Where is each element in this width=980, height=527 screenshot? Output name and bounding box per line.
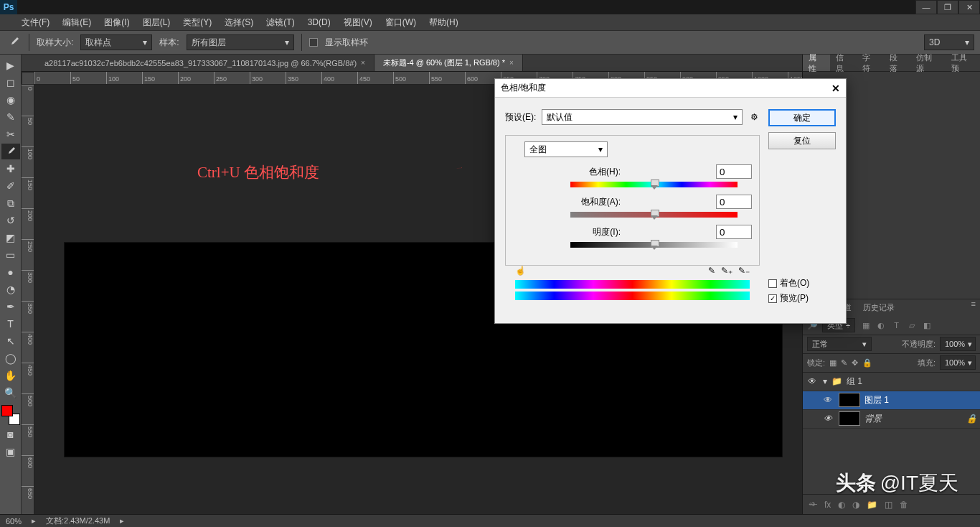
fill-value[interactable]: 100%▾	[940, 355, 976, 370]
screen-mode-toggle[interactable]: ▣	[1, 444, 20, 460]
quick-select-tool[interactable]: ✎	[1, 109, 20, 125]
pen-tool[interactable]: ✒	[1, 299, 20, 314]
lock-image-icon[interactable]: ✎	[841, 358, 847, 368]
tab-character[interactable]: 字符	[857, 55, 884, 71]
menu-file[interactable]: 文件(F)	[22, 17, 50, 29]
menu-type[interactable]: 类型(Y)	[183, 17, 212, 29]
delete-icon[interactable]: 🗑	[900, 500, 908, 510]
opacity-value[interactable]: 100%▾	[940, 337, 976, 351]
scrubby-hand-icon[interactable]: ☝	[515, 266, 526, 276]
eyedropper-tool[interactable]	[1, 144, 20, 159]
doc-tab-2[interactable]: 未标题-4 @ 60% (图层 1, RGB/8) *×	[374, 55, 523, 71]
preset-select[interactable]: 默认值▾	[542, 109, 743, 125]
channel-select[interactable]: 全图▾	[524, 141, 608, 157]
tab-paragraph[interactable]: 段落	[884, 55, 911, 71]
show-sampling-ring-checkbox[interactable]	[309, 38, 318, 47]
ruler-origin[interactable]	[22, 72, 34, 85]
visibility-icon[interactable]: 👁	[821, 393, 834, 406]
layer-name[interactable]: 背景	[864, 413, 882, 425]
menu-edit[interactable]: 编辑(E)	[62, 17, 91, 29]
chevron-icon[interactable]: ▸	[32, 516, 36, 526]
type-tool[interactable]: T	[1, 316, 20, 332]
link-icon[interactable]: ⬲	[809, 500, 817, 510]
filter-pixel-icon[interactable]: ▦	[859, 319, 872, 332]
tab-tool-presets[interactable]: 工具预	[946, 55, 980, 71]
layer-name[interactable]: 组 1	[847, 376, 862, 388]
crop-tool[interactable]: ✂	[1, 126, 20, 142]
colorize-checkbox[interactable]	[768, 279, 777, 288]
layer-name[interactable]: 图层 1	[864, 394, 889, 406]
saturation-input[interactable]	[716, 195, 752, 209]
zoom-tool[interactable]: 🔍	[1, 385, 20, 401]
layer-row[interactable]: 👁 图层 1	[803, 391, 980, 410]
layer-row[interactable]: 👁 背景 🔒	[803, 410, 980, 429]
tab-properties[interactable]: 属性	[803, 55, 830, 71]
saturation-slider[interactable]	[570, 212, 738, 218]
menu-window[interactable]: 窗口(W)	[385, 17, 416, 29]
menu-help[interactable]: 帮助(H)	[429, 17, 458, 29]
history-brush-tool[interactable]: ↺	[1, 213, 20, 228]
close-icon[interactable]: ×	[509, 59, 514, 67]
sample-size-select[interactable]: 取样点▾	[80, 34, 152, 50]
hue-input[interactable]	[716, 164, 752, 179]
disclosure-icon[interactable]: ▾	[823, 376, 827, 386]
dialog-close-button[interactable]: ✕	[831, 83, 840, 94]
menu-image[interactable]: 图像(I)	[104, 17, 129, 29]
preview-checkbox[interactable]: ✓	[768, 294, 777, 303]
adjustment-icon[interactable]: ◑	[852, 500, 859, 510]
tab-info[interactable]: 信息	[830, 55, 857, 71]
visibility-icon[interactable]: 👁	[806, 375, 819, 388]
hand-tool[interactable]: ✋	[1, 368, 20, 383]
healing-tool[interactable]: ✚	[1, 161, 20, 177]
menu-layer[interactable]: 图层(L)	[143, 17, 171, 29]
sample-select[interactable]: 所有图层▾	[187, 34, 294, 50]
filter-smart-icon[interactable]: ◧	[920, 319, 933, 332]
lock-transparent-icon[interactable]: ▦	[829, 358, 837, 368]
quick-mask-toggle[interactable]: ◙	[1, 426, 20, 442]
menu-select[interactable]: 选择(S)	[225, 17, 253, 29]
visibility-icon[interactable]: 👁	[821, 412, 834, 425]
shape-tool[interactable]: ◯	[1, 350, 20, 366]
eyedropper-subtract-icon[interactable]: ✎₋	[738, 266, 750, 276]
blend-mode-select[interactable]: 正常▾	[807, 337, 872, 351]
layer-thumbnail[interactable]	[839, 411, 860, 426]
lasso-tool[interactable]: ◉	[1, 92, 20, 108]
maximize-button[interactable]: ❐	[937, 0, 958, 14]
doc-tab-1[interactable]: a28117ac91032c7eb6bdb2c42555ea83_9173330…	[36, 55, 374, 71]
eyedropper-add-icon[interactable]: ✎₊	[721, 266, 732, 276]
fg-bg-colors[interactable]	[1, 405, 20, 425]
layer-group-row[interactable]: 👁 ▾ 📁 组 1	[803, 373, 980, 391]
hue-slider[interactable]	[570, 182, 738, 187]
lightness-input[interactable]	[716, 225, 752, 239]
gradient-tool[interactable]: ▭	[1, 247, 20, 263]
blur-tool[interactable]: ●	[1, 264, 20, 280]
marquee-tool[interactable]: ◻	[1, 75, 20, 90]
new-layer-icon[interactable]: ◫	[885, 500, 892, 510]
lightness-slider[interactable]	[570, 242, 738, 248]
close-icon[interactable]: ×	[361, 59, 365, 67]
mask-icon[interactable]: ◐	[838, 500, 845, 510]
path-select-tool[interactable]: ↖	[1, 333, 20, 349]
fx-icon[interactable]: fx	[824, 500, 831, 510]
eyedropper-icon[interactable]: ✎	[708, 266, 715, 276]
new-group-icon[interactable]: 📁	[867, 500, 877, 510]
ok-button[interactable]: 确定	[768, 109, 836, 126]
vertical-ruler[interactable]: 0501001502002503003504004505005506006507…	[22, 85, 34, 514]
move-tool[interactable]: ▶	[1, 57, 20, 73]
zoom-level[interactable]: 60%	[6, 517, 22, 526]
reset-button[interactable]: 复位	[768, 132, 836, 149]
filter-shape-icon[interactable]: ▱	[905, 319, 918, 332]
brush-tool[interactable]: ✐	[1, 178, 20, 194]
menu-view[interactable]: 视图(V)	[344, 17, 372, 29]
eraser-tool[interactable]: ◩	[1, 230, 20, 246]
workspace-select[interactable]: 3D▾	[924, 34, 974, 50]
menu-3d[interactable]: 3D(D)	[308, 17, 331, 27]
panel-menu-icon[interactable]: ≡	[967, 299, 980, 317]
tab-history[interactable]: 历史记录	[857, 299, 900, 317]
minimize-button[interactable]: —	[915, 0, 937, 14]
dialog-titlebar[interactable]: 色相/饱和度 ✕	[495, 79, 846, 98]
stamp-tool[interactable]: ⧉	[1, 195, 20, 211]
dodge-tool[interactable]: ◔	[1, 281, 20, 297]
chevron-icon[interactable]: ▸	[120, 516, 124, 526]
gear-icon[interactable]: ⚙	[748, 111, 760, 123]
